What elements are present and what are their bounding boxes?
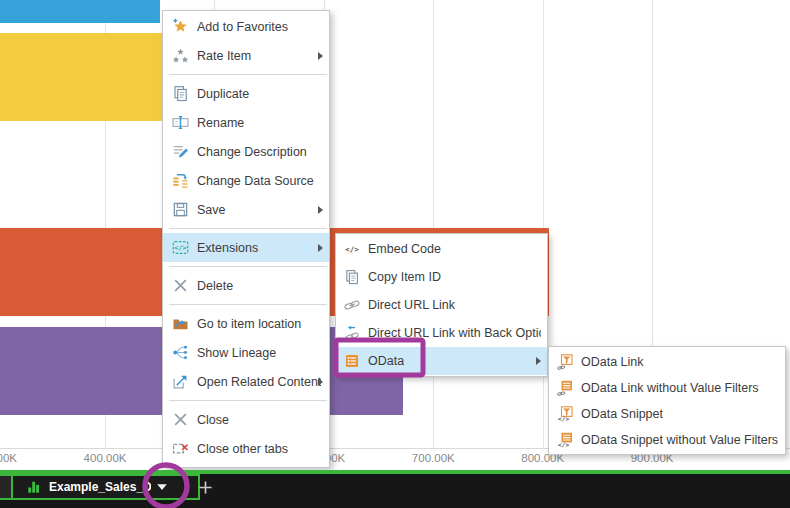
menu-item-label: Duplicate xyxy=(197,87,249,101)
menu-item-label: OData Snippet xyxy=(581,407,663,421)
menu-item-label: Embed Code xyxy=(368,242,441,256)
x-axis-tick-label: 700.00K xyxy=(412,452,455,464)
menu-item-label: Direct URL Link with Back Option xyxy=(368,326,541,340)
plus-icon xyxy=(198,480,213,495)
x-axis-tick-label: 300.00K xyxy=(0,452,17,464)
change-data-source-icon xyxy=(172,172,189,189)
menu-item-change-description[interactable]: Change Description xyxy=(163,137,329,166)
new-tab-button[interactable] xyxy=(192,474,218,500)
gridline xyxy=(543,0,544,448)
menu-item-label: Change Data Source xyxy=(197,174,314,188)
menu-item-label: Change Description xyxy=(197,145,307,159)
menu-item-change-data-source[interactable]: Change Data Source xyxy=(163,166,329,195)
menu-item-label: Close other tabs xyxy=(197,442,288,456)
menu-item-label: Delete xyxy=(197,279,233,293)
menu-item-delete[interactable]: Delete xyxy=(163,271,329,300)
menu-separator xyxy=(169,228,327,229)
menu-item-show-lineage[interactable]: Show Lineage xyxy=(163,338,329,367)
odata-submenu: OData LinkOData Link without Value Filte… xyxy=(548,346,786,455)
odata-icon xyxy=(344,353,360,369)
tab-bar: Example_Sales_Disc xyxy=(0,474,790,508)
delete-icon xyxy=(172,277,189,294)
extensions-submenu: Embed CodeCopy Item IDDirect URL LinkDir… xyxy=(335,233,548,377)
odata-snippet-icon xyxy=(557,406,573,422)
menu-item-label: OData Link without Value Filters xyxy=(581,381,759,395)
menu-separator xyxy=(169,400,327,401)
menu-separator xyxy=(169,266,327,267)
direct-url-link-back-icon xyxy=(344,325,360,341)
menu-item-label: OData Snippet without Value Filters xyxy=(581,433,778,447)
menu-item-label: Copy Item ID xyxy=(368,270,441,284)
rate-item-icon xyxy=(172,47,189,64)
menu-item-label: OData Link xyxy=(581,355,644,369)
change-description-icon xyxy=(172,143,189,160)
menu-item-duplicate[interactable]: Duplicate xyxy=(163,79,329,108)
submenu-arrow-icon xyxy=(536,357,541,365)
menu-separator xyxy=(169,304,327,305)
menu-item-direct-url-link[interactable]: Direct URL Link xyxy=(336,291,547,319)
item-context-menu: Add to FavoritesRate ItemDuplicateRename… xyxy=(162,10,330,468)
odata-snippet-no-filters-icon xyxy=(557,432,573,448)
go-to-item-location-icon xyxy=(172,315,189,332)
menu-item-open-related-content[interactable]: Open Related Content xyxy=(163,367,329,396)
menu-item-add-to-favorites[interactable]: Add to Favorites xyxy=(163,12,329,41)
bar-chart-icon xyxy=(27,480,41,494)
menu-item-label: Rate Item xyxy=(197,49,251,63)
close-icon xyxy=(172,411,189,428)
menu-item-odata-link[interactable]: OData Link xyxy=(549,349,785,375)
odata-link-icon xyxy=(557,354,573,370)
menu-item-label: Add to Favorites xyxy=(197,20,288,34)
submenu-arrow-icon xyxy=(318,244,323,252)
close-other-tabs-icon xyxy=(172,440,189,457)
extensions-icon xyxy=(172,239,189,256)
menu-item-label: Close xyxy=(197,413,229,427)
menu-item-odata-snippet-without-value-filters[interactable]: OData Snippet without Value Filters xyxy=(549,427,785,453)
app-window: </> xyxy=(0,0,790,508)
caret-down-icon[interactable] xyxy=(155,480,169,494)
copy-item-id-icon xyxy=(344,269,360,285)
menu-item-go-to-item-location[interactable]: Go to item location xyxy=(163,309,329,338)
menu-item-odata-link-without-value-filters[interactable]: OData Link without Value Filters xyxy=(549,375,785,401)
menu-item-label: Open Related Content xyxy=(197,375,321,389)
gridline xyxy=(433,0,434,448)
rename-icon xyxy=(172,114,189,131)
menu-item-rate-item[interactable]: Rate Item xyxy=(163,41,329,70)
menu-item-close[interactable]: Close xyxy=(163,405,329,434)
menu-separator xyxy=(169,74,327,75)
show-lineage-icon xyxy=(172,344,189,361)
add-to-favorites-icon xyxy=(172,18,189,35)
menu-item-label: Go to item location xyxy=(197,317,301,331)
menu-item-extensions[interactable]: Extensions xyxy=(163,233,329,262)
menu-item-rename[interactable]: Rename xyxy=(163,108,329,137)
open-related-content-icon xyxy=(172,373,189,390)
menu-item-embed-code[interactable]: Embed Code xyxy=(336,235,547,263)
tab-label: Example_Sales_Disc xyxy=(49,480,151,494)
chart-bar-1[interactable] xyxy=(0,0,160,23)
menu-item-label: OData xyxy=(368,354,404,368)
menu-item-direct-url-link-with-back-option[interactable]: Direct URL Link with Back Option xyxy=(336,319,547,347)
menu-item-label: Direct URL Link xyxy=(368,298,455,312)
menu-item-label: Rename xyxy=(197,116,244,130)
menu-item-label: Save xyxy=(197,203,226,217)
x-axis-tick-label: 400.00K xyxy=(84,452,127,464)
tab-example-sales[interactable]: Example_Sales_Disc xyxy=(11,474,200,500)
submenu-arrow-icon xyxy=(318,52,323,60)
duplicate-icon xyxy=(172,85,189,102)
direct-url-link-icon xyxy=(344,297,360,313)
menu-item-save[interactable]: Save xyxy=(163,195,329,224)
menu-item-label: Extensions xyxy=(197,241,258,255)
menu-item-close-other-tabs[interactable]: Close other tabs xyxy=(163,434,329,463)
save-icon xyxy=(172,201,189,218)
menu-item-copy-item-id[interactable]: Copy Item ID xyxy=(336,263,547,291)
embed-code-icon xyxy=(344,241,360,257)
submenu-arrow-icon xyxy=(318,206,323,214)
submenu-arrow-icon xyxy=(318,378,323,386)
menu-item-label: Show Lineage xyxy=(197,346,276,360)
odata-link-no-filters-icon xyxy=(557,380,573,396)
menu-item-odata-snippet[interactable]: OData Snippet xyxy=(549,401,785,427)
menu-item-odata[interactable]: OData xyxy=(336,347,547,375)
